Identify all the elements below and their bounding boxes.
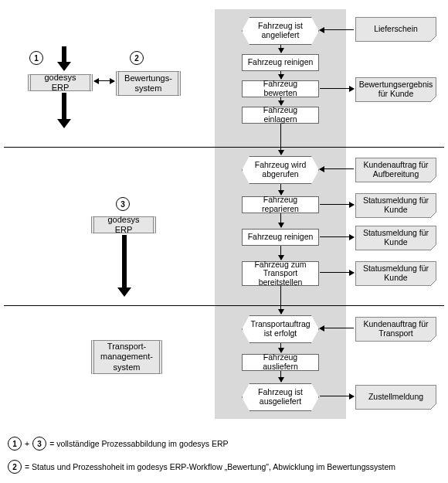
- arrow-s1-s2: [280, 45, 281, 53]
- arrow-n6: [320, 204, 354, 205]
- arrow-n9: [320, 328, 354, 328]
- note-status-3: Statusmeldung für Kunde: [355, 261, 436, 286]
- thick-arrow-1b: [62, 93, 66, 121]
- arrow-s3-s4: [280, 97, 281, 105]
- legend-badge-3: 3: [32, 437, 46, 451]
- note-status-2: Statusmeldung für Kunde: [355, 226, 436, 250]
- step-einlagern: Fahrzeug einlagern: [242, 107, 319, 124]
- badge-3: 3: [116, 197, 130, 211]
- note-status-1: Statusmeldung für Kunde: [355, 193, 436, 218]
- step-ausliefern: Fahrzeug ausliefern: [242, 354, 319, 371]
- note-zustellmeldung: Zustellmeldung: [355, 385, 436, 410]
- step-ausgeliefert: Fahrzeug ist ausgeliefert: [242, 383, 319, 411]
- step-angeliefert: Fahrzeug ist angeliefert: [242, 17, 319, 45]
- badge-3-label: 3: [120, 200, 125, 209]
- badge-2-label: 2: [134, 54, 139, 63]
- system-erp-2: godesys ERP: [91, 216, 156, 233]
- badge-2: 2: [130, 51, 144, 65]
- arrow-s8-s9: [280, 286, 281, 314]
- note-kundenauftrag-aufbereitung: Kundenauftrag für Aufbereitung: [355, 158, 436, 182]
- legend-2: 2 = Status und Prozesshoheit im godesys …: [8, 460, 395, 474]
- legend-1-text: = vollständige Prozessabbildung im godes…: [49, 439, 228, 448]
- badge-1: 1: [29, 51, 43, 65]
- badge-1-label: 1: [34, 54, 39, 63]
- arrow-n11: [320, 396, 354, 396]
- arrow-s7-s8: [280, 246, 281, 260]
- legend-badge-2: 2: [8, 460, 22, 474]
- arrow-erp-bewertung: [94, 80, 114, 81]
- thick-arrow-1a: [62, 46, 66, 63]
- arrow-s9-s10: [280, 343, 281, 352]
- thick-arrow-3: [122, 235, 127, 289]
- arrow-s6-s7: [280, 213, 281, 227]
- note-bewertungsergebnis: Bewertungsergebnis für Kunde: [355, 77, 436, 102]
- system-bewertung: Bewertungs- system: [116, 71, 181, 96]
- step-bewerten: Fahrzeug bewerten: [242, 80, 319, 97]
- step-abgerufen: Fahrzeug wird abgerufen: [242, 156, 319, 184]
- legend-2-text: = Status und Prozesshoheit im godesys ER…: [25, 462, 395, 471]
- legend-1: 1 + 3 = vollständige Prozessabbildung im…: [8, 437, 229, 451]
- arrow-n5: [320, 168, 354, 169]
- system-transport: Transport- management- system: [91, 340, 162, 374]
- divider-1: [4, 147, 444, 148]
- arrow-n1: [320, 29, 354, 30]
- arrow-s10-s11: [280, 371, 281, 382]
- arrow-n8: [320, 272, 354, 273]
- arrow-s4-s5: [280, 124, 281, 155]
- legend-plus: +: [25, 439, 29, 448]
- legend-badge-1: 1: [8, 437, 22, 451]
- step-reinigen-1: Fahrzeug reinigen: [242, 54, 319, 71]
- step-bereitstellen: Fahrzeug zum Transport bereitstellen: [242, 261, 319, 286]
- step-transportauftrag: Transportauftrag ist erfolgt: [242, 315, 319, 343]
- step-reparieren: Fahrzeug reparieren: [242, 196, 319, 213]
- note-kundenauftrag-transport: Kundenauftrag für Transport: [355, 317, 436, 342]
- divider-2: [4, 305, 444, 306]
- arrow-n3: [320, 88, 354, 89]
- arrow-s2-s3: [280, 71, 281, 79]
- note-lieferschein: Lieferschein: [355, 17, 436, 42]
- step-reinigen-2: Fahrzeug reinigen: [242, 229, 319, 246]
- arrow-n7: [320, 236, 354, 237]
- arrow-s5-s6: [280, 184, 281, 195]
- system-erp-1: godesys ERP: [28, 74, 93, 91]
